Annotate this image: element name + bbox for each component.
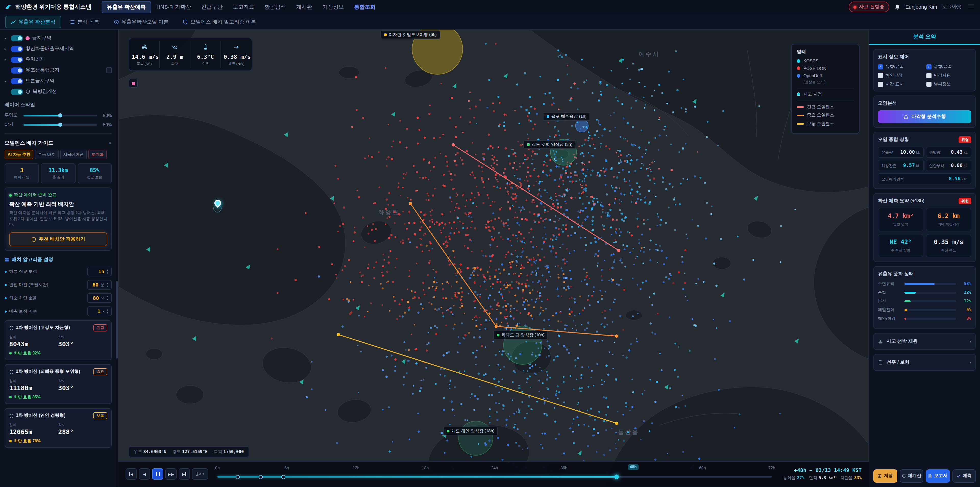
param-input[interactable]: 15▲▼ [87, 267, 112, 276]
logout-button[interactable]: 로그아웃 [942, 3, 962, 10]
layer-settings-icon[interactable] [106, 67, 112, 73]
layer-toggle[interactable] [11, 56, 23, 62]
tab-item[interactable]: 유출유확산모델 이론 [108, 16, 174, 28]
nav-item[interactable]: 긴급구난 [197, 1, 227, 13]
nav-item[interactable]: 게시판 [291, 1, 317, 13]
menu-hamburger-icon[interactable] [967, 3, 975, 10]
timeline-tick[interactable]: 12h [353, 466, 360, 470]
slider[interactable] [24, 124, 97, 125]
fence-mode-tab[interactable]: 초기화 [88, 150, 107, 160]
pause-button[interactable] [152, 468, 163, 480]
nav-item[interactable]: 항공탐색 [260, 1, 290, 13]
deployment-time-marker[interactable] [259, 475, 262, 479]
stepper-arrows-icon[interactable]: ▲▼ [107, 269, 109, 274]
timeline-tick[interactable]: 60h [699, 466, 706, 470]
display-option[interactable]: ✓풍향/풍속 [926, 64, 971, 69]
param-input[interactable]: 60분▲▼ [87, 280, 112, 290]
checkbox[interactable] [926, 73, 931, 78]
spread-forecast-title: 확산 예측 요약 (+18h) [878, 198, 924, 204]
display-option[interactable]: 해안부착 [878, 72, 923, 78]
nav-item[interactable]: 통합조회 [349, 1, 380, 13]
timeline-tick[interactable]: 6h [285, 466, 289, 470]
저장-button[interactable]: 저장 [873, 469, 897, 482]
sidebar-scrollbar[interactable] [116, 30, 118, 487]
timeline-tick[interactable]: 0h [215, 466, 220, 470]
deployment-time-marker[interactable] [281, 475, 285, 479]
skip-start-button[interactable]: ◀ [126, 468, 137, 480]
skip-end-button[interactable]: ▶ [179, 468, 190, 480]
tab-analysis-summary[interactable]: 분석 요약 [869, 30, 980, 45]
timeline-tick[interactable]: 24h [491, 466, 498, 470]
display-option[interactable]: 민감자원 [926, 72, 971, 78]
notifications-bell-icon[interactable] [894, 4, 900, 10]
timeline-playhead[interactable] [614, 474, 619, 479]
timeline-tick[interactable]: 18h [422, 466, 429, 470]
slider[interactable] [24, 115, 97, 116]
deployment-time-marker[interactable] [236, 475, 240, 479]
checkbox[interactable] [878, 73, 883, 78]
checkbox[interactable]: ✓ [878, 64, 883, 69]
fence-mode-tab[interactable]: 수동 배치 [35, 150, 59, 160]
weather-label: 수온 [193, 61, 218, 66]
apply-recommendation-button[interactable]: 추천 배치안 적용하기 [9, 232, 107, 246]
fence-mode-tab[interactable]: AI 자동 추천 [5, 150, 33, 160]
display-option[interactable]: 시간 표시 [878, 81, 923, 87]
stepper-arrows-icon[interactable]: ▲▼ [107, 282, 109, 287]
slider-knob[interactable] [58, 123, 62, 127]
weathering-bar-row: 수면유막58% [878, 281, 971, 287]
timeline-tick[interactable]: 48h [628, 464, 639, 470]
fence-guide-header[interactable]: 오일펜스 배치 가이드 ▼ [5, 138, 112, 150]
tab-item[interactable]: 유출유 확산분석 [5, 16, 61, 28]
fence-mode-tab[interactable]: 시뮬레이션 [60, 150, 86, 160]
layer-toggle[interactable] [11, 89, 23, 95]
stepper-arrows-icon[interactable]: ▲▼ [107, 308, 109, 314]
nav-item[interactable]: 보고자료 [228, 1, 259, 13]
param-input[interactable]: 80%▲▼ [87, 293, 112, 303]
shield-icon [9, 326, 14, 330]
expand-chevron-icon[interactable]: ▸ [5, 79, 8, 83]
재계산-button[interactable]: 재계산 [900, 469, 923, 482]
layer-toggle[interactable] [11, 46, 23, 52]
display-option[interactable]: ✓유향/유속 [878, 64, 923, 69]
collapsed-section[interactable]: 사고 선박 제원▾ [873, 333, 976, 350]
tab-item[interactable]: 오일펜스 배치 알고리즘 이론 [177, 16, 262, 28]
layer-toggle[interactable] [11, 35, 23, 41]
expand-chevron-icon[interactable]: ▸ [5, 57, 8, 62]
style-slider-row: 투명도50% [5, 111, 112, 120]
timeline-tick[interactable]: 72h [768, 466, 775, 470]
nav-item[interactable]: 기상정보 [318, 1, 348, 13]
map-style-button[interactable] [129, 79, 138, 88]
예측-button[interactable]: 예측 [952, 469, 976, 482]
layer-toggle[interactable] [11, 67, 23, 73]
display-option[interactable]: 날씨정보 [926, 81, 971, 87]
expand-chevron-icon[interactable]: ▸ [5, 47, 8, 51]
defense-line-card[interactable]: 3차 방어선 (연안 경량형)보통길이12065m각도288°차단 효율 78% [5, 408, 112, 448]
step-back-button[interactable]: ◀ [139, 468, 150, 480]
defense-line-card[interactable]: 2차 방어선 (외해용 중형 포위형)중요길이11180m각도303°차단 효율… [5, 364, 112, 404]
collapsed-section[interactable]: 선주 / 보험▾ [873, 354, 976, 371]
nav-item[interactable]: 유출유 확산예측 [102, 1, 151, 13]
timeline-tick[interactable]: 36h [560, 466, 567, 470]
expand-chevron-icon[interactable]: ▸ [5, 36, 8, 40]
polygon-analysis-button[interactable]: 다각형 분석수행 [878, 110, 971, 123]
weathering-bar-row: 분산12% [878, 298, 971, 304]
defense-line-card[interactable]: 1차 방어선 (고강도 차단형)긴급길이8043m각도303°차단 효율 92% [5, 320, 112, 360]
stat-value: 31.3km [43, 167, 74, 173]
param-label: 안전 마진 (도달시간) [5, 282, 48, 287]
pollution-stat-row: 연안부착0.00kL [926, 160, 971, 171]
checkbox[interactable]: ✓ [926, 64, 931, 69]
checkbox[interactable] [926, 81, 931, 86]
stepper-arrows-icon[interactable]: ▲▼ [107, 295, 109, 301]
layer-toggle[interactable] [11, 78, 23, 84]
param-input[interactable]: 1x▲▼ [87, 307, 112, 316]
scrollbar-thumb[interactable] [116, 281, 118, 359]
nav-item[interactable]: HNS·대기확산 [152, 1, 196, 13]
tab-item[interactable]: 분석 목록 [64, 16, 105, 28]
fast-forward-button[interactable]: ▶▶ [165, 468, 177, 480]
timeline-track[interactable]: 0h6h12h18h24h36h48h60h72h [218, 465, 772, 483]
slider-knob[interactable] [58, 113, 62, 118]
speed-selector[interactable]: 1×▾ [192, 468, 208, 480]
보고서-button[interactable]: 보고서 [926, 469, 950, 482]
checkbox[interactable] [878, 81, 883, 86]
map-canvas[interactable]: 여수시화양면돌산읍 여자만 갯벌도보여행 (6h)율포 해수욕장 (1h)장도 … [118, 30, 869, 487]
